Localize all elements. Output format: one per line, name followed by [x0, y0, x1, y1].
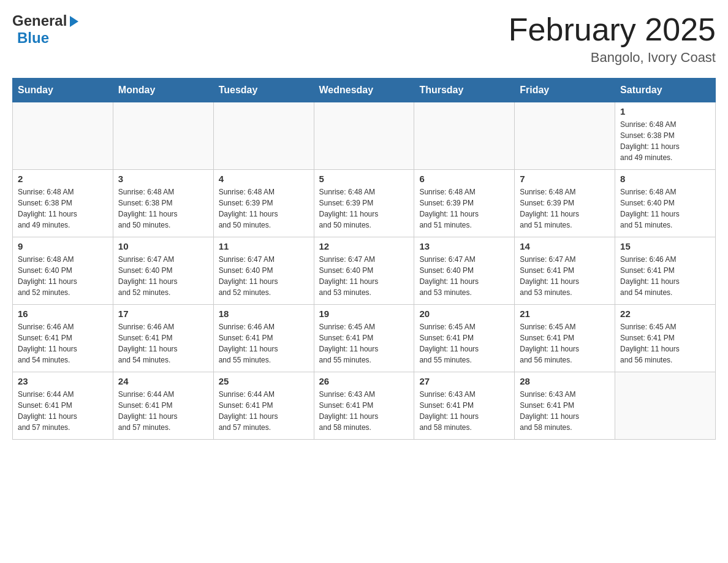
day-info-text: Sunrise: 6:43 AM Sunset: 6:41 PM Dayligh…	[419, 389, 509, 433]
day-number: 17	[118, 308, 208, 319]
calendar-day-cell: 3Sunrise: 6:48 AM Sunset: 6:38 PM Daylig…	[113, 170, 213, 237]
calendar-day-cell: 12Sunrise: 6:47 AM Sunset: 6:40 PM Dayli…	[314, 237, 414, 305]
weekday-header-saturday: Saturday	[615, 79, 716, 102]
day-number: 16	[18, 308, 108, 319]
day-info-text: Sunrise: 6:43 AM Sunset: 6:41 PM Dayligh…	[520, 389, 610, 433]
day-info-text: Sunrise: 6:48 AM Sunset: 6:38 PM Dayligh…	[620, 119, 710, 163]
calendar-day-cell: 7Sunrise: 6:48 AM Sunset: 6:39 PM Daylig…	[515, 170, 615, 237]
day-info-text: Sunrise: 6:47 AM Sunset: 6:40 PM Dayligh…	[319, 254, 409, 298]
weekday-header-tuesday: Tuesday	[213, 79, 314, 102]
day-number: 26	[319, 376, 409, 386]
month-title: February 2025	[509, 12, 716, 47]
day-number: 23	[18, 376, 108, 386]
calendar-day-cell: 26Sunrise: 6:43 AM Sunset: 6:41 PM Dayli…	[314, 372, 414, 440]
calendar-day-cell: 14Sunrise: 6:47 AM Sunset: 6:41 PM Dayli…	[515, 237, 615, 305]
weekday-header-row: SundayMondayTuesdayWednesdayThursdayFrid…	[13, 79, 716, 102]
calendar-day-cell	[615, 372, 716, 440]
calendar-day-cell: 25Sunrise: 6:44 AM Sunset: 6:41 PM Dayli…	[213, 372, 314, 440]
calendar-day-cell: 17Sunrise: 6:46 AM Sunset: 6:41 PM Dayli…	[113, 305, 213, 372]
calendar-day-cell: 9Sunrise: 6:48 AM Sunset: 6:40 PM Daylig…	[13, 237, 113, 305]
day-info-text: Sunrise: 6:48 AM Sunset: 6:39 PM Dayligh…	[520, 186, 610, 231]
location-subtitle: Bangolo, Ivory Coast	[509, 50, 716, 66]
day-number: 20	[419, 308, 509, 319]
day-info-text: Sunrise: 6:44 AM Sunset: 6:41 PM Dayligh…	[118, 389, 208, 433]
weekday-header-monday: Monday	[113, 79, 213, 102]
calendar-week-row: 2Sunrise: 6:48 AM Sunset: 6:38 PM Daylig…	[13, 170, 716, 237]
calendar-day-cell	[113, 102, 213, 170]
day-info-text: Sunrise: 6:46 AM Sunset: 6:41 PM Dayligh…	[18, 321, 108, 366]
logo-general-text: General	[12, 12, 67, 29]
calendar-day-cell: 18Sunrise: 6:46 AM Sunset: 6:41 PM Dayli…	[213, 305, 314, 372]
calendar-week-row: 1Sunrise: 6:48 AM Sunset: 6:38 PM Daylig…	[13, 102, 716, 170]
day-info-text: Sunrise: 6:45 AM Sunset: 6:41 PM Dayligh…	[620, 321, 710, 366]
day-number: 3	[118, 174, 208, 184]
calendar-day-cell: 28Sunrise: 6:43 AM Sunset: 6:41 PM Dayli…	[515, 372, 615, 440]
calendar-day-cell: 2Sunrise: 6:48 AM Sunset: 6:38 PM Daylig…	[13, 170, 113, 237]
day-number: 27	[419, 376, 509, 386]
calendar-day-cell: 13Sunrise: 6:47 AM Sunset: 6:40 PM Dayli…	[414, 237, 515, 305]
day-info-text: Sunrise: 6:43 AM Sunset: 6:41 PM Dayligh…	[319, 389, 409, 433]
day-number: 5	[319, 174, 409, 184]
day-number: 13	[419, 241, 509, 251]
day-info-text: Sunrise: 6:46 AM Sunset: 6:41 PM Dayligh…	[219, 321, 309, 366]
calendar-day-cell: 5Sunrise: 6:48 AM Sunset: 6:39 PM Daylig…	[314, 170, 414, 237]
calendar-day-cell: 10Sunrise: 6:47 AM Sunset: 6:40 PM Dayli…	[113, 237, 213, 305]
calendar-day-cell: 20Sunrise: 6:45 AM Sunset: 6:41 PM Dayli…	[414, 305, 515, 372]
day-number: 12	[319, 241, 409, 251]
day-number: 28	[520, 376, 610, 386]
calendar-day-cell: 16Sunrise: 6:46 AM Sunset: 6:41 PM Dayli…	[13, 305, 113, 372]
day-number: 14	[520, 241, 610, 251]
day-number: 15	[620, 241, 710, 251]
day-info-text: Sunrise: 6:47 AM Sunset: 6:40 PM Dayligh…	[118, 254, 208, 298]
calendar-week-row: 9Sunrise: 6:48 AM Sunset: 6:40 PM Daylig…	[13, 237, 716, 305]
day-number: 21	[520, 308, 610, 319]
calendar-day-cell	[414, 102, 515, 170]
calendar-day-cell: 6Sunrise: 6:48 AM Sunset: 6:39 PM Daylig…	[414, 170, 515, 237]
weekday-header-friday: Friday	[515, 79, 615, 102]
day-number: 4	[219, 174, 309, 184]
day-number: 10	[118, 241, 208, 251]
calendar-day-cell: 24Sunrise: 6:44 AM Sunset: 6:41 PM Dayli…	[113, 372, 213, 440]
day-info-text: Sunrise: 6:48 AM Sunset: 6:38 PM Dayligh…	[18, 186, 108, 231]
calendar-day-cell	[213, 102, 314, 170]
calendar-day-cell	[515, 102, 615, 170]
calendar-day-cell: 4Sunrise: 6:48 AM Sunset: 6:39 PM Daylig…	[213, 170, 314, 237]
calendar-day-cell: 22Sunrise: 6:45 AM Sunset: 6:41 PM Dayli…	[615, 305, 716, 372]
calendar-day-cell: 21Sunrise: 6:45 AM Sunset: 6:41 PM Dayli…	[515, 305, 615, 372]
title-block: February 2025 Bangolo, Ivory Coast	[509, 12, 716, 66]
day-number: 25	[219, 376, 309, 386]
day-info-text: Sunrise: 6:47 AM Sunset: 6:40 PM Dayligh…	[419, 254, 509, 298]
day-info-text: Sunrise: 6:45 AM Sunset: 6:41 PM Dayligh…	[319, 321, 409, 366]
day-info-text: Sunrise: 6:45 AM Sunset: 6:41 PM Dayligh…	[520, 321, 610, 366]
day-info-text: Sunrise: 6:44 AM Sunset: 6:41 PM Dayligh…	[18, 389, 108, 433]
calendar-table: SundayMondayTuesdayWednesdayThursdayFrid…	[12, 78, 716, 440]
day-info-text: Sunrise: 6:48 AM Sunset: 6:39 PM Dayligh…	[219, 186, 309, 231]
day-info-text: Sunrise: 6:46 AM Sunset: 6:41 PM Dayligh…	[118, 321, 208, 366]
day-info-text: Sunrise: 6:46 AM Sunset: 6:41 PM Dayligh…	[620, 254, 710, 298]
day-number: 2	[18, 174, 108, 184]
calendar-day-cell	[13, 102, 113, 170]
day-number: 19	[319, 308, 409, 319]
page-header: General Blue February 2025 Bangolo, Ivor…	[12, 12, 716, 66]
calendar-day-cell: 27Sunrise: 6:43 AM Sunset: 6:41 PM Dayli…	[414, 372, 515, 440]
day-number: 7	[520, 174, 610, 184]
day-number: 22	[620, 308, 710, 319]
logo-blue-text: Blue	[17, 29, 49, 47]
calendar-day-cell	[314, 102, 414, 170]
day-number: 9	[18, 241, 108, 251]
calendar-day-cell: 15Sunrise: 6:46 AM Sunset: 6:41 PM Dayli…	[615, 237, 716, 305]
logo: General Blue	[12, 12, 81, 47]
day-number: 18	[219, 308, 309, 319]
day-number: 8	[620, 174, 710, 184]
day-info-text: Sunrise: 6:48 AM Sunset: 6:40 PM Dayligh…	[620, 186, 710, 231]
calendar-week-row: 23Sunrise: 6:44 AM Sunset: 6:41 PM Dayli…	[13, 372, 716, 440]
calendar-day-cell: 11Sunrise: 6:47 AM Sunset: 6:40 PM Dayli…	[213, 237, 314, 305]
calendar-day-cell: 19Sunrise: 6:45 AM Sunset: 6:41 PM Dayli…	[314, 305, 414, 372]
day-info-text: Sunrise: 6:48 AM Sunset: 6:39 PM Dayligh…	[319, 186, 409, 231]
day-info-text: Sunrise: 6:48 AM Sunset: 6:39 PM Dayligh…	[419, 186, 509, 231]
calendar-day-cell: 1Sunrise: 6:48 AM Sunset: 6:38 PM Daylig…	[615, 102, 716, 170]
day-info-text: Sunrise: 6:48 AM Sunset: 6:38 PM Dayligh…	[118, 186, 208, 231]
day-info-text: Sunrise: 6:45 AM Sunset: 6:41 PM Dayligh…	[419, 321, 509, 366]
day-number: 11	[219, 241, 309, 251]
day-info-text: Sunrise: 6:47 AM Sunset: 6:41 PM Dayligh…	[520, 254, 610, 298]
